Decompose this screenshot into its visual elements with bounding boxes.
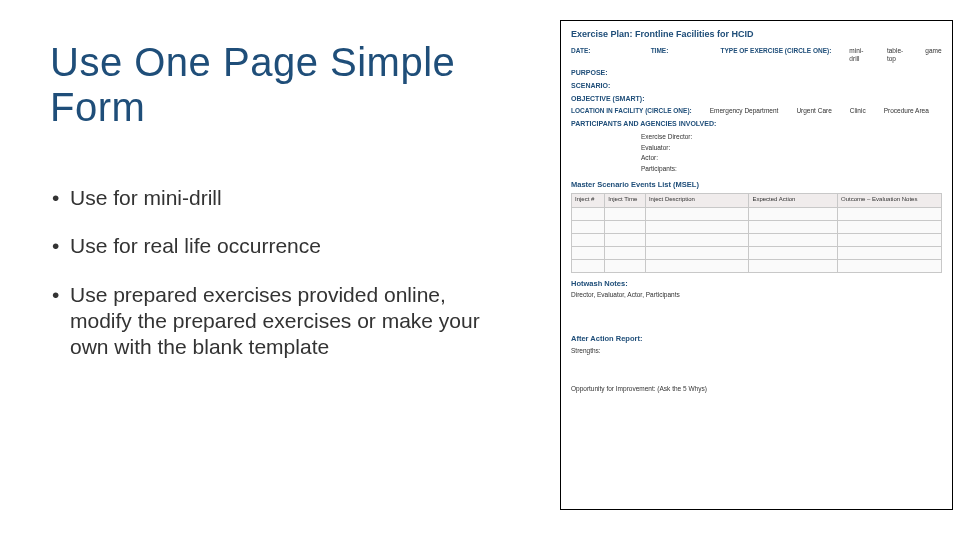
msel-heading: Master Scenario Events List (MSEL) — [571, 180, 942, 190]
table-row — [572, 233, 942, 246]
location-option: Emergency Department — [710, 107, 779, 115]
aar-strengths: Strengths: — [571, 347, 942, 355]
type-option: game — [925, 47, 941, 64]
exercise-plan-form: Exercise Plan: Frontline Facilities for … — [560, 20, 953, 510]
msel-table: Inject # Inject Time Inject Description … — [571, 193, 942, 273]
aar-opportunity: Opportunity for Improvement: (Ask the 5 … — [571, 385, 942, 393]
msel-col: Outcome – Evaluation Notes — [838, 193, 942, 207]
slide-title: Use One Page Simple Form — [50, 40, 540, 130]
aar-heading: After Action Report: — [571, 334, 942, 344]
msel-col: Inject # — [572, 193, 605, 207]
msel-col: Inject Description — [645, 193, 748, 207]
objective-label: OBJECTIVE (SMART): — [571, 94, 645, 103]
bullet-item: Use for real life occurrence — [50, 233, 480, 259]
participants-label: PARTICIPANTS AND AGENCIES INVOLVED: — [571, 119, 716, 128]
msel-col: Inject Time — [605, 193, 646, 207]
role-line: Participants: — [641, 164, 942, 174]
form-title: Exercise Plan: Frontline Facilities for … — [571, 29, 942, 41]
table-row — [572, 259, 942, 272]
type-option: table-top — [887, 47, 907, 64]
form-preview-column: Exercise Plan: Frontline Facilities for … — [560, 0, 960, 540]
table-row — [572, 207, 942, 220]
bullet-item: Use prepared exercises provided online, … — [50, 282, 480, 361]
table-row — [572, 220, 942, 233]
location-option: Clinic — [850, 107, 866, 115]
location-option: Procedure Area — [884, 107, 929, 115]
role-line: Evaluator: — [641, 143, 942, 153]
hotwash-sub: Director, Evaluator, Actor, Participants — [571, 291, 942, 299]
location-option: Urgent Care — [796, 107, 831, 115]
slide-text-column: Use One Page Simple Form Use for mini-dr… — [0, 0, 560, 540]
location-label: LOCATION IN FACILITY (CIRCLE ONE): — [571, 107, 692, 115]
bullet-item: Use for mini-drill — [50, 185, 480, 211]
bullet-list: Use for mini-drill Use for real life occ… — [50, 185, 540, 360]
roles-list: Exercise Director: Evaluator: Actor: Par… — [641, 132, 942, 174]
purpose-label: PURPOSE: — [571, 68, 608, 77]
msel-col: Expected Action — [749, 193, 838, 207]
role-line: Actor: — [641, 153, 942, 163]
table-row — [572, 246, 942, 259]
hotwash-heading: Hotwash Notes: — [571, 279, 942, 289]
form-row-location: LOCATION IN FACILITY (CIRCLE ONE): Emerg… — [571, 107, 942, 115]
form-row-date-time-type: DATE: TIME: TYPE OF EXERCISE (CIRCLE ONE… — [571, 47, 942, 64]
type-label: TYPE OF EXERCISE (CIRCLE ONE): — [720, 47, 831, 64]
type-option: mini-drill — [849, 47, 869, 64]
date-label: DATE: — [571, 47, 590, 64]
time-label: TIME: — [651, 47, 669, 64]
role-line: Exercise Director: — [641, 132, 942, 142]
scenario-label: SCENARIO: — [571, 81, 610, 90]
